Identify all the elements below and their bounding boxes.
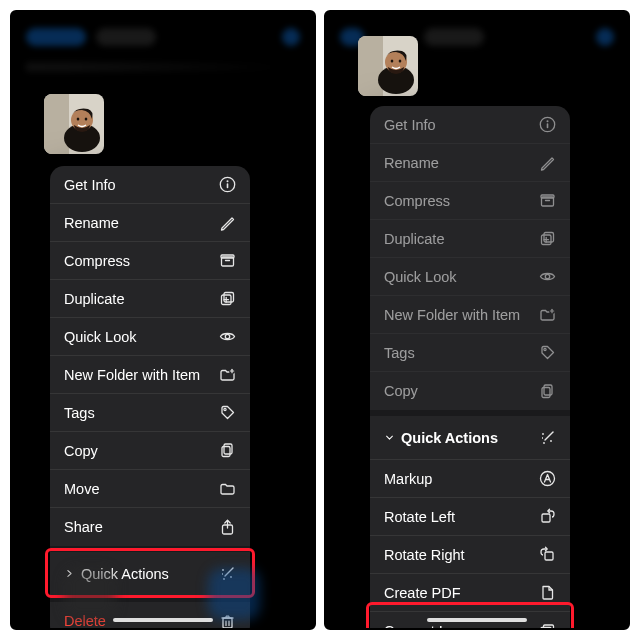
- doc-on-doc-icon: [218, 442, 236, 460]
- convert-image-icon: [538, 622, 556, 631]
- file-thumbnail[interactable]: [358, 36, 418, 96]
- menu-item-label: Quick Look: [384, 269, 538, 285]
- menu-item-label: Copy: [384, 383, 538, 399]
- menu-item-label: Rotate Left: [384, 509, 538, 525]
- menu-item-label: Copy: [64, 443, 218, 459]
- menu-item[interactable]: Compress: [370, 182, 570, 220]
- eye-icon: [218, 328, 236, 346]
- rotate-left-icon: [538, 508, 556, 526]
- share-icon: [218, 518, 236, 536]
- nav-bar-blurred: [26, 24, 300, 50]
- tag-icon: [538, 344, 556, 362]
- markup-icon: [538, 470, 556, 488]
- menu-item-label: Compress: [64, 253, 218, 269]
- menu-item[interactable]: Get Info: [50, 166, 250, 204]
- home-indicator: [427, 618, 527, 622]
- menu-item[interactable]: Markup: [370, 460, 570, 498]
- folder-plus-icon: [218, 366, 236, 384]
- menu-item-label: Rotate Right: [384, 547, 538, 563]
- pencil-icon: [538, 154, 556, 172]
- wand-icon: [538, 429, 556, 447]
- archivebox-icon: [218, 252, 236, 270]
- menu-item[interactable]: New Folder with Item: [50, 356, 250, 394]
- menu-item[interactable]: Rotate Right: [370, 536, 570, 574]
- menu-item[interactable]: Quick Look: [50, 318, 250, 356]
- menu-item-label: Compress: [384, 193, 538, 209]
- menu-item-label: Quick Look: [64, 329, 218, 345]
- menu-item[interactable]: Tags: [50, 394, 250, 432]
- menu-item-label: Move: [64, 481, 218, 497]
- eye-icon: [538, 268, 556, 286]
- home-indicator: [113, 618, 213, 622]
- menu-item[interactable]: Copy: [370, 372, 570, 410]
- folder-plus-icon: [538, 306, 556, 324]
- info-circle-icon: [538, 116, 556, 134]
- menu-item-label: Markup: [384, 471, 538, 487]
- menu-item-label: Rename: [64, 215, 218, 231]
- menu-item[interactable]: Share: [50, 508, 250, 546]
- menu-item[interactable]: Copy: [50, 432, 250, 470]
- menu-item-label: Duplicate: [384, 231, 538, 247]
- context-menu: Get Info Rename Compress Duplicate Quick…: [50, 166, 250, 630]
- menu-item-label: Get Info: [384, 117, 538, 133]
- chevron-down-icon: [384, 432, 395, 443]
- menu-item[interactable]: Compress: [50, 242, 250, 280]
- menu-item-label: Rename: [384, 155, 538, 171]
- menu-item[interactable]: Duplicate: [370, 220, 570, 258]
- folder-icon: [218, 480, 236, 498]
- info-circle-icon: [218, 176, 236, 194]
- archivebox-icon: [538, 192, 556, 210]
- doc-on-doc-icon: [538, 382, 556, 400]
- quick-actions-row[interactable]: Quick Actions: [370, 416, 570, 460]
- quick-actions-label: Quick Actions: [401, 430, 538, 446]
- screenshot-left: Get Info Rename Compress Duplicate Quick…: [10, 10, 316, 630]
- menu-item[interactable]: Move: [50, 470, 250, 508]
- plus-square-on-square-icon: [218, 290, 236, 308]
- screenshot-right: Get Info Rename Compress Duplicate Quick…: [324, 10, 630, 630]
- menu-item-label: Convert Image: [384, 623, 538, 631]
- menu-item[interactable]: Get Info: [370, 106, 570, 144]
- menu-item[interactable]: Tags: [370, 334, 570, 372]
- menu-item[interactable]: Quick Look: [370, 258, 570, 296]
- menu-item-label: Create PDF: [384, 585, 538, 601]
- tag-icon: [218, 404, 236, 422]
- menu-item[interactable]: New Folder with Item: [370, 296, 570, 334]
- plus-square-on-square-icon: [538, 230, 556, 248]
- menu-item-label: Share: [64, 519, 218, 535]
- menu-item[interactable]: Rename: [50, 204, 250, 242]
- rotate-right-icon: [538, 546, 556, 564]
- menu-item-label: Duplicate: [64, 291, 218, 307]
- pencil-icon: [218, 214, 236, 232]
- menu-item-label: Get Info: [64, 177, 218, 193]
- menu-item[interactable]: Duplicate: [50, 280, 250, 318]
- doc-icon: [538, 584, 556, 602]
- menu-item-label: New Folder with Item: [384, 307, 538, 323]
- menu-item[interactable]: Rotate Left: [370, 498, 570, 536]
- menu-item[interactable]: Rename: [370, 144, 570, 182]
- menu-item-label: Tags: [64, 405, 218, 421]
- menu-item[interactable]: Create PDF: [370, 574, 570, 612]
- context-menu: Get Info Rename Compress Duplicate Quick…: [370, 106, 570, 630]
- menu-item-label: Tags: [384, 345, 538, 361]
- menu-item-label: New Folder with Item: [64, 367, 218, 383]
- file-thumbnail[interactable]: [44, 94, 104, 154]
